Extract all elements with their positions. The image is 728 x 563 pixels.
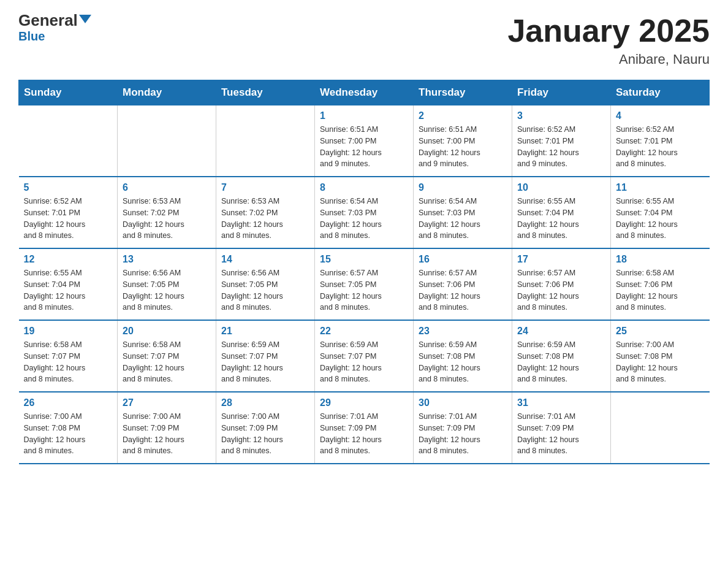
table-row: 14Sunrise: 6:56 AMSunset: 7:05 PMDayligh… xyxy=(216,248,315,320)
day-info: Sunrise: 6:59 AMSunset: 7:07 PMDaylight:… xyxy=(221,339,309,385)
day-number: 29 xyxy=(320,397,408,408)
day-info: Sunrise: 7:00 AMSunset: 7:08 PMDaylight:… xyxy=(616,339,705,385)
day-info: Sunrise: 6:56 AMSunset: 7:05 PMDaylight:… xyxy=(221,267,309,313)
day-info: Sunrise: 6:53 AMSunset: 7:02 PMDaylight:… xyxy=(221,196,309,242)
day-number: 24 xyxy=(517,326,605,337)
day-number: 26 xyxy=(24,397,113,408)
main-title: January 2025 xyxy=(507,12,710,49)
title-block: January 2025 Anibare, Nauru xyxy=(507,12,710,67)
table-row xyxy=(216,105,315,177)
day-number: 28 xyxy=(221,397,309,408)
day-number: 17 xyxy=(517,254,605,265)
table-row xyxy=(611,392,710,464)
day-number: 6 xyxy=(123,182,211,193)
page-header: General Blue January 2025 Anibare, Nauru xyxy=(18,12,710,67)
table-row: 15Sunrise: 6:57 AMSunset: 7:05 PMDayligh… xyxy=(315,248,414,320)
day-info: Sunrise: 6:59 AMSunset: 7:08 PMDaylight:… xyxy=(517,339,605,385)
table-row: 9Sunrise: 6:54 AMSunset: 7:03 PMDaylight… xyxy=(414,177,512,248)
table-row: 24Sunrise: 6:59 AMSunset: 7:08 PMDayligh… xyxy=(512,320,611,392)
day-number: 4 xyxy=(616,110,705,121)
day-info: Sunrise: 7:00 AMSunset: 7:09 PMDaylight:… xyxy=(221,411,309,457)
table-row: 26Sunrise: 7:00 AMSunset: 7:08 PMDayligh… xyxy=(19,392,118,464)
day-number: 15 xyxy=(320,254,408,265)
table-row: 19Sunrise: 6:58 AMSunset: 7:07 PMDayligh… xyxy=(19,320,118,392)
day-number: 5 xyxy=(24,182,113,193)
day-info: Sunrise: 6:52 AMSunset: 7:01 PMDaylight:… xyxy=(517,124,605,170)
day-number: 20 xyxy=(123,326,211,337)
col-friday: Friday xyxy=(512,80,611,105)
table-row: 29Sunrise: 7:01 AMSunset: 7:09 PMDayligh… xyxy=(315,392,414,464)
day-info: Sunrise: 7:01 AMSunset: 7:09 PMDaylight:… xyxy=(419,411,507,457)
day-info: Sunrise: 7:00 AMSunset: 7:09 PMDaylight:… xyxy=(123,411,211,457)
day-info: Sunrise: 6:59 AMSunset: 7:07 PMDaylight:… xyxy=(320,339,408,385)
day-number: 11 xyxy=(616,182,705,193)
logo: General Blue xyxy=(18,12,91,44)
day-info: Sunrise: 6:52 AMSunset: 7:01 PMDaylight:… xyxy=(24,196,113,242)
day-info: Sunrise: 6:57 AMSunset: 7:06 PMDaylight:… xyxy=(419,267,507,313)
day-number: 8 xyxy=(320,182,408,193)
day-info: Sunrise: 6:54 AMSunset: 7:03 PMDaylight:… xyxy=(419,196,507,242)
table-row: 22Sunrise: 6:59 AMSunset: 7:07 PMDayligh… xyxy=(315,320,414,392)
day-number: 23 xyxy=(419,326,507,337)
calendar-week-row: 26Sunrise: 7:00 AMSunset: 7:08 PMDayligh… xyxy=(19,392,710,464)
day-info: Sunrise: 6:55 AMSunset: 7:04 PMDaylight:… xyxy=(616,196,705,242)
table-row: 18Sunrise: 6:58 AMSunset: 7:06 PMDayligh… xyxy=(611,248,710,320)
day-info: Sunrise: 6:55 AMSunset: 7:04 PMDaylight:… xyxy=(24,267,113,313)
table-row: 10Sunrise: 6:55 AMSunset: 7:04 PMDayligh… xyxy=(512,177,611,248)
table-row: 1Sunrise: 6:51 AMSunset: 7:00 PMDaylight… xyxy=(315,105,414,177)
day-info: Sunrise: 6:59 AMSunset: 7:08 PMDaylight:… xyxy=(419,339,507,385)
day-number: 27 xyxy=(123,397,211,408)
calendar-week-row: 1Sunrise: 6:51 AMSunset: 7:00 PMDaylight… xyxy=(19,105,710,177)
day-number: 21 xyxy=(221,326,309,337)
table-row: 17Sunrise: 6:57 AMSunset: 7:06 PMDayligh… xyxy=(512,248,611,320)
day-number: 1 xyxy=(320,110,408,121)
day-number: 25 xyxy=(616,326,705,337)
table-row: 25Sunrise: 7:00 AMSunset: 7:08 PMDayligh… xyxy=(611,320,710,392)
table-row xyxy=(118,105,216,177)
day-number: 31 xyxy=(517,397,605,408)
logo-general: General xyxy=(18,11,78,29)
col-tuesday: Tuesday xyxy=(216,80,315,105)
day-number: 10 xyxy=(517,182,605,193)
calendar-table: Sunday Monday Tuesday Wednesday Thursday… xyxy=(18,80,710,464)
day-info: Sunrise: 6:56 AMSunset: 7:05 PMDaylight:… xyxy=(123,267,211,313)
day-number: 3 xyxy=(517,110,605,121)
day-info: Sunrise: 6:51 AMSunset: 7:00 PMDaylight:… xyxy=(419,124,507,170)
table-row: 23Sunrise: 6:59 AMSunset: 7:08 PMDayligh… xyxy=(414,320,512,392)
col-sunday: Sunday xyxy=(19,80,118,105)
table-row: 8Sunrise: 6:54 AMSunset: 7:03 PMDaylight… xyxy=(315,177,414,248)
day-info: Sunrise: 6:54 AMSunset: 7:03 PMDaylight:… xyxy=(320,196,408,242)
table-row: 21Sunrise: 6:59 AMSunset: 7:07 PMDayligh… xyxy=(216,320,315,392)
day-number: 2 xyxy=(419,110,507,121)
day-info: Sunrise: 6:58 AMSunset: 7:07 PMDaylight:… xyxy=(24,339,113,385)
logo-blue: Blue xyxy=(18,29,45,44)
table-row: 31Sunrise: 7:01 AMSunset: 7:09 PMDayligh… xyxy=(512,392,611,464)
day-info: Sunrise: 6:57 AMSunset: 7:06 PMDaylight:… xyxy=(517,267,605,313)
table-row: 20Sunrise: 6:58 AMSunset: 7:07 PMDayligh… xyxy=(118,320,216,392)
day-info: Sunrise: 6:58 AMSunset: 7:07 PMDaylight:… xyxy=(123,339,211,385)
day-number: 14 xyxy=(221,254,309,265)
table-row: 4Sunrise: 6:52 AMSunset: 7:01 PMDaylight… xyxy=(611,105,710,177)
col-thursday: Thursday xyxy=(414,80,512,105)
table-row: 27Sunrise: 7:00 AMSunset: 7:09 PMDayligh… xyxy=(118,392,216,464)
col-saturday: Saturday xyxy=(611,80,710,105)
calendar-week-row: 19Sunrise: 6:58 AMSunset: 7:07 PMDayligh… xyxy=(19,320,710,392)
table-row: 3Sunrise: 6:52 AMSunset: 7:01 PMDaylight… xyxy=(512,105,611,177)
day-info: Sunrise: 6:51 AMSunset: 7:00 PMDaylight:… xyxy=(320,124,408,170)
table-row: 12Sunrise: 6:55 AMSunset: 7:04 PMDayligh… xyxy=(19,248,118,320)
calendar-week-row: 5Sunrise: 6:52 AMSunset: 7:01 PMDaylight… xyxy=(19,177,710,248)
day-number: 30 xyxy=(419,397,507,408)
day-info: Sunrise: 6:52 AMSunset: 7:01 PMDaylight:… xyxy=(616,124,705,170)
logo-triangle-icon xyxy=(79,15,91,23)
table-row: 13Sunrise: 6:56 AMSunset: 7:05 PMDayligh… xyxy=(118,248,216,320)
day-info: Sunrise: 7:00 AMSunset: 7:08 PMDaylight:… xyxy=(24,411,113,457)
table-row: 7Sunrise: 6:53 AMSunset: 7:02 PMDaylight… xyxy=(216,177,315,248)
table-row xyxy=(19,105,118,177)
day-number: 12 xyxy=(24,254,113,265)
day-number: 13 xyxy=(123,254,211,265)
table-row: 11Sunrise: 6:55 AMSunset: 7:04 PMDayligh… xyxy=(611,177,710,248)
col-monday: Monday xyxy=(118,80,216,105)
day-info: Sunrise: 7:01 AMSunset: 7:09 PMDaylight:… xyxy=(320,411,408,457)
table-row: 6Sunrise: 6:53 AMSunset: 7:02 PMDaylight… xyxy=(118,177,216,248)
table-row: 5Sunrise: 6:52 AMSunset: 7:01 PMDaylight… xyxy=(19,177,118,248)
